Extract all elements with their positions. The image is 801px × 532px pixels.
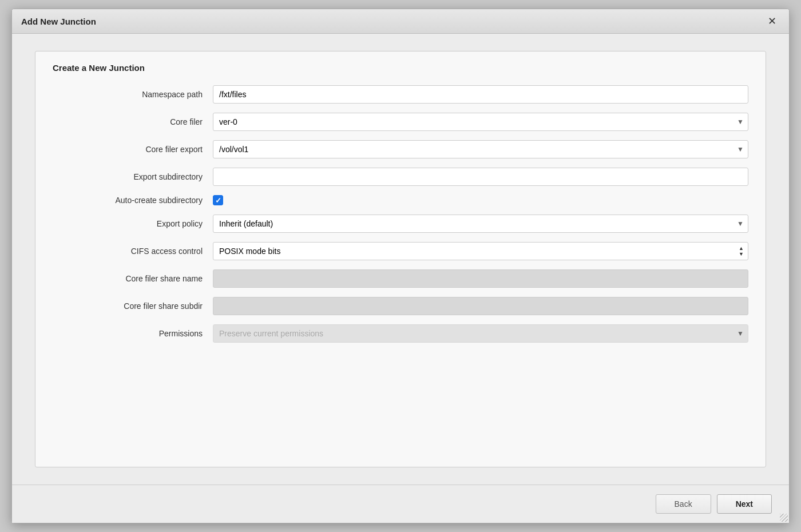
core-filer-control: ver-0 ▼	[213, 113, 748, 131]
dialog-titlebar: Add New Junction ✕	[12, 9, 789, 34]
core-filer-export-row: Core filer export /vol/vol1 ▼	[53, 140, 748, 158]
export-subdirectory-input[interactable]	[213, 168, 748, 186]
permissions-label: Permissions	[53, 329, 213, 338]
namespace-path-row: Namespace path	[53, 85, 748, 104]
export-policy-control: Inherit (default) ▼	[213, 215, 748, 233]
back-button[interactable]: Back	[656, 494, 711, 514]
cifs-access-control-label: CIFS access control	[53, 247, 213, 256]
cifs-access-control-control: POSIX mode bits ▲ ▼	[213, 242, 748, 260]
cifs-access-control-row: CIFS access control POSIX mode bits ▲ ▼	[53, 242, 748, 260]
core-filer-export-select-wrapper: /vol/vol1 ▼	[213, 140, 748, 158]
form-section: Create a New Junction Namespace path Cor…	[35, 51, 766, 467]
core-filer-share-name-row: Core filer share name	[53, 269, 748, 288]
dialog-footer: Back Next	[12, 485, 789, 523]
core-filer-share-subdir-label: Core filer share subdir	[53, 301, 213, 311]
close-button[interactable]: ✕	[764, 15, 780, 27]
core-filer-share-name-control	[213, 269, 748, 288]
auto-create-subdirectory-control	[213, 195, 748, 205]
dialog-title: Add New Junction	[21, 17, 96, 26]
permissions-select[interactable]: Preserve current permissions	[213, 324, 748, 343]
core-filer-share-name-label: Core filer share name	[53, 274, 213, 283]
export-policy-row: Export policy Inherit (default) ▼	[53, 215, 748, 233]
permissions-control: Preserve current permissions ▼	[213, 324, 748, 343]
cifs-access-control-select-wrapper: POSIX mode bits ▲ ▼	[213, 242, 748, 260]
core-filer-share-name-input[interactable]	[213, 269, 748, 288]
cifs-access-control-select[interactable]: POSIX mode bits	[213, 242, 748, 260]
core-filer-share-subdir-control	[213, 297, 748, 315]
permissions-row: Permissions Preserve current permissions…	[53, 324, 748, 343]
dialog-body: Create a New Junction Namespace path Cor…	[12, 34, 789, 485]
core-filer-label: Core filer	[53, 117, 213, 126]
section-title: Create a New Junction	[53, 63, 748, 73]
core-filer-export-control: /vol/vol1 ▼	[213, 140, 748, 158]
core-filer-select-wrapper: ver-0 ▼	[213, 113, 748, 131]
core-filer-share-subdir-input[interactable]	[213, 297, 748, 315]
export-policy-label: Export policy	[53, 219, 213, 228]
auto-create-checkbox-wrapper	[213, 195, 748, 205]
export-subdirectory-row: Export subdirectory	[53, 168, 748, 186]
auto-create-subdirectory-label: Auto-create subdirectory	[53, 196, 213, 205]
export-policy-select-wrapper: Inherit (default) ▼	[213, 215, 748, 233]
add-junction-dialog: Add New Junction ✕ Create a New Junction…	[11, 9, 790, 523]
export-subdirectory-label: Export subdirectory	[53, 172, 213, 181]
permissions-select-wrapper: Preserve current permissions ▼	[213, 324, 748, 343]
export-subdirectory-control	[213, 168, 748, 186]
auto-create-subdirectory-checkbox[interactable]	[213, 195, 223, 205]
namespace-path-input[interactable]	[213, 85, 748, 104]
namespace-path-control	[213, 85, 748, 104]
core-filer-select[interactable]: ver-0	[213, 113, 748, 131]
core-filer-share-subdir-row: Core filer share subdir	[53, 297, 748, 315]
auto-create-subdirectory-row: Auto-create subdirectory	[53, 195, 748, 205]
namespace-path-label: Namespace path	[53, 90, 213, 99]
next-button[interactable]: Next	[717, 494, 772, 514]
export-policy-select[interactable]: Inherit (default)	[213, 215, 748, 233]
resize-handle[interactable]	[780, 514, 788, 522]
core-filer-row: Core filer ver-0 ▼	[53, 113, 748, 131]
core-filer-export-select[interactable]: /vol/vol1	[213, 140, 748, 158]
core-filer-export-label: Core filer export	[53, 145, 213, 154]
